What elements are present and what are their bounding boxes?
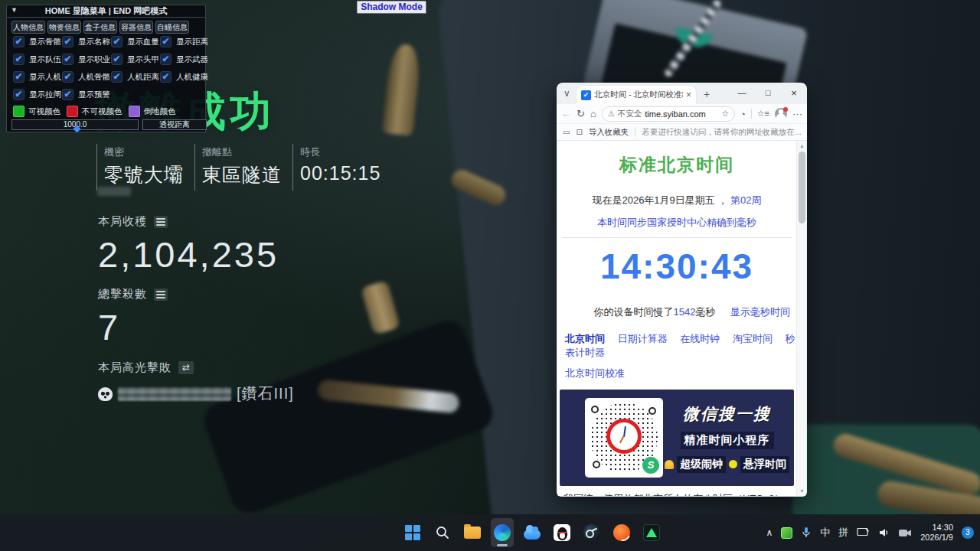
checkbox-check-icon[interactable]: ✔ [13,71,24,83]
system-tray: ∧ 中 拼 14:30 2026/1/9 3 [766,514,974,551]
close-icon[interactable]: × [781,83,807,104]
dropdown-triangle-icon[interactable]: ▼ [11,6,18,14]
scroll-down-icon[interactable]: ▼ [797,488,807,494]
ime-mode-indicator[interactable]: 拼 [838,526,848,540]
tab-search-chevron-icon[interactable]: ∨ [564,88,570,99]
cheat-tab[interactable]: 容器信息 [119,21,153,34]
cheat-checkbox[interactable]: ✔显示武器 [160,54,209,65]
url-host[interactable]: time.syiban.com [645,109,718,119]
cheat-checkbox[interactable]: ✔显示人机 [13,71,62,83]
checkbox-check-icon[interactable]: ✔ [111,54,122,65]
cheat-checkbox[interactable]: ✔显示头甲 [111,54,160,65]
cheat-checkbox[interactable]: ✔显示距离 [160,36,209,47]
steam-button[interactable] [580,518,603,547]
refresh-icon[interactable]: ↻ [577,108,585,119]
copilot-icon[interactable]: ◔ [740,109,746,119]
cheat-menu-titlebar[interactable]: ▼ HOME 显隐菜单 | END 网吧模式 [7,5,205,18]
cheat-checkbox[interactable]: ✔显示拉闸 [13,89,62,100]
profile-avatar[interactable] [775,108,787,120]
scrollbar-thumb[interactable] [799,152,805,223]
favorites-bar-icon[interactable]: ☆≡ [757,109,769,119]
new-tab-icon[interactable]: + [704,88,710,100]
visible-color-swatch[interactable] [13,106,24,117]
cheat-tab[interactable]: 物资信息 [47,21,81,34]
orange-app-button[interactable] [610,518,633,547]
display-pen-icon[interactable] [857,527,870,538]
maximize-icon[interactable]: □ [755,83,781,104]
favorite-star-icon[interactable]: ☆ [721,109,729,119]
checkbox-check-icon[interactable]: ✔ [160,71,172,83]
tray-chevron-icon[interactable]: ∧ [766,527,773,538]
address-bar[interactable]: ⚠ 不安全 time.syiban.com ☆ [602,106,735,122]
nav-link[interactable]: 在线时钟 [680,333,720,344]
more-menu-icon[interactable]: ··· [792,108,802,119]
checkbox-check-icon[interactable]: ✔ [62,54,74,65]
swap-arrows-icon[interactable]: ⇄ [178,361,194,374]
taskbar-clock[interactable]: 14:30 2026/1/9 [920,523,953,543]
minimize-icon[interactable]: — [729,83,755,104]
volume-icon[interactable] [878,527,890,538]
import-favorites-button[interactable]: 导入收藏夹 [589,127,629,138]
highlight-kill: 本局高光擊敗 ⇄ [鑽石III] [98,360,294,404]
scroll-up-icon[interactable]: ▲ [797,143,807,148]
censored-text-small [97,187,131,196]
cheat-checkbox[interactable]: ✔显示队伍 [13,54,62,65]
downed-color-swatch[interactable] [129,106,140,117]
nav-link[interactable]: 北京时间 [565,333,605,344]
search-button[interactable] [431,518,454,547]
invisible-color-swatch[interactable] [67,106,78,117]
show-ms-link[interactable]: 显示毫秒时间 [730,306,790,318]
checkbox-check-icon[interactable]: ✔ [62,36,74,47]
cheat-tab[interactable]: 盒子信息 [83,21,117,34]
notification-dot [783,107,788,112]
checkbox-check-icon[interactable]: ✔ [13,36,24,47]
microphone-icon[interactable] [801,527,812,539]
back-icon[interactable]: ← [561,108,571,119]
cloud-app-button[interactable] [521,518,544,547]
cheat-tab[interactable]: 自瞄信息 [155,21,189,34]
notification-badge[interactable]: 3 [962,527,974,539]
shadow-mode-button[interactable]: Shadow Mode [357,1,426,14]
checkbox-check-icon[interactable]: ✔ [13,54,24,65]
taskbar-center-icons [401,518,663,547]
wechat-promo-banner[interactable]: S 微信搜一搜 精准时间小程序 超级闹钟 悬浮时间 [560,390,794,486]
cheat-tab[interactable]: 人物信息 [11,21,45,34]
cheat-checkbox[interactable]: ✔显示名称 [62,36,111,47]
nav-link[interactable]: 北京时间校准 [565,367,625,379]
browser-tab[interactable]: ✔ 北京时间 - 北京时间校准精确到毫 × [577,86,696,104]
page-scrollbar[interactable]: ▲ ▼ [796,141,806,496]
sync-link[interactable]: 本时间同步国家授时中心精确到毫秒 [597,217,756,228]
checkbox-check-icon[interactable]: ✔ [111,71,122,83]
checkbox-check-icon[interactable]: ✔ [62,71,74,83]
file-explorer-button[interactable] [461,518,484,547]
edge-browser-button[interactable] [491,518,514,547]
bookmarks-device-icon[interactable]: ▭ [563,128,570,136]
cheat-checkbox[interactable]: ✔显示骨骼 [13,36,62,47]
nav-link[interactable]: 淘宝时间 [733,333,773,344]
start-button[interactable] [401,518,424,547]
tab-close-icon[interactable]: × [686,90,691,100]
cheat-checkbox[interactable]: ✔人机健康 [160,71,209,83]
checkbox-check-icon[interactable]: ✔ [62,89,74,100]
nav-link[interactable]: 日期计算器 [618,333,668,344]
checkbox-check-icon[interactable]: ✔ [160,36,172,47]
ime-language-indicator[interactable]: 中 [820,526,830,540]
camera-icon[interactable] [898,528,912,538]
cheat-checkbox[interactable]: ✔人机距离 [111,71,160,83]
divider [751,109,752,119]
checkbox-check-icon[interactable]: ✔ [111,36,122,47]
qq-button[interactable] [550,518,573,547]
checkbox-check-icon[interactable]: ✔ [13,89,24,100]
delta-force-button[interactable] [640,518,663,547]
cheat-checkbox[interactable]: ✔显示血量 [111,36,160,47]
week-link[interactable]: 第02周 [730,194,761,206]
cheat-checkbox[interactable]: ✔显示预警 [62,89,111,100]
checkbox-check-icon[interactable]: ✔ [160,54,172,65]
cheat-checkbox[interactable]: ✔显示职业 [62,54,111,65]
cheat-checkbox[interactable]: ✔人机骨骼 [62,71,111,83]
tray-app-icon[interactable] [781,527,792,539]
home-icon[interactable]: ⌂ [590,108,596,119]
security-label[interactable]: 不安全 [618,109,642,119]
list-icon[interactable] [154,289,168,301]
list-icon[interactable] [154,216,168,228]
